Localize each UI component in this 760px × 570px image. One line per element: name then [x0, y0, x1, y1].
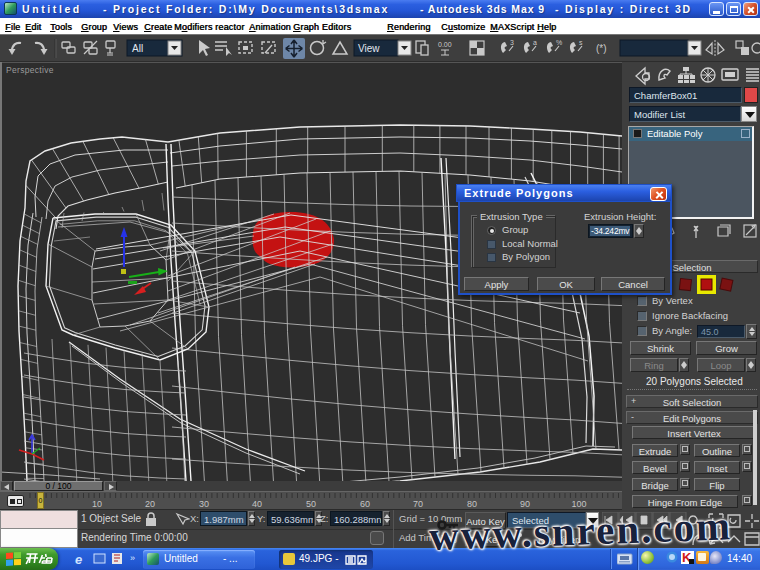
svg-text:20: 20 — [145, 499, 155, 509]
svg-text:3: 3 — [510, 39, 514, 46]
svg-text:60: 60 — [360, 499, 370, 509]
svg-text:s: s — [579, 39, 583, 46]
svg-text:%: % — [556, 39, 562, 46]
svg-text:(*): (*) — [596, 43, 607, 54]
svg-text:40: 40 — [252, 499, 262, 509]
svg-text:All: All — [132, 43, 143, 54]
svg-text:30: 30 — [199, 499, 209, 509]
svg-text:80: 80 — [467, 499, 477, 509]
svg-text:0.00: 0.00 — [438, 41, 452, 48]
svg-text:10: 10 — [92, 499, 102, 509]
svg-text:»: » — [130, 553, 135, 563]
svg-text:e: e — [75, 552, 82, 567]
svg-text:50: 50 — [306, 499, 316, 509]
svg-text:View: View — [358, 43, 380, 54]
svg-text:a: a — [533, 39, 537, 46]
svg-text:70: 70 — [413, 499, 423, 509]
